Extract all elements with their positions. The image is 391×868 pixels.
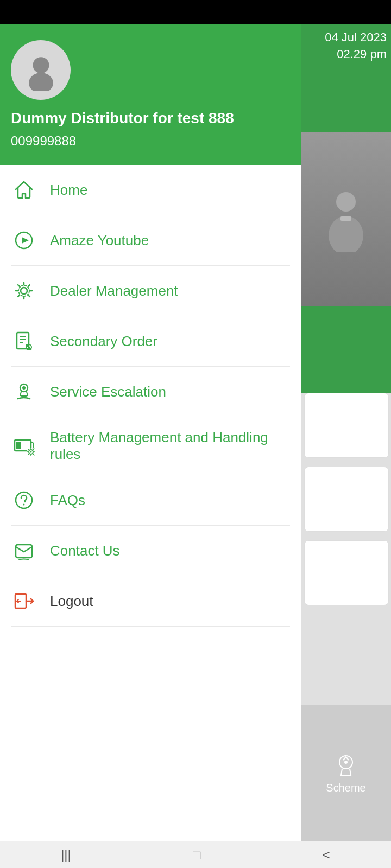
recent-apps-button[interactable]: ||| bbox=[50, 843, 82, 867]
drawer-header: Dummy Distributor for test 888 009999888 bbox=[0, 24, 301, 165]
svg-point-7 bbox=[29, 73, 53, 91]
bottom-nav-bar: ||| □ < bbox=[0, 841, 391, 868]
app-header-banner: 04 Jul 2023 02.29 pm bbox=[301, 24, 391, 132]
menu-label-contact-us: Contact Us bbox=[50, 542, 120, 559]
scheme-label: Scheme bbox=[326, 782, 365, 794]
menu-label-home: Home bbox=[50, 182, 87, 199]
svg-point-5 bbox=[344, 761, 348, 764]
app-card-3 bbox=[304, 540, 389, 605]
date-time-display: 04 Jul 2023 02.29 pm bbox=[325, 29, 387, 63]
menu-label-dealer-management: Dealer Management bbox=[50, 283, 178, 299]
menu-item-faqs[interactable]: FAQs bbox=[11, 475, 290, 526]
user-phone: 009999888 bbox=[11, 133, 290, 149]
svg-rect-22 bbox=[31, 443, 33, 448]
svg-point-26 bbox=[30, 451, 32, 453]
menu-item-logout[interactable]: Logout bbox=[11, 576, 290, 627]
app-card-1 bbox=[304, 393, 389, 458]
question-circle-icon bbox=[11, 487, 37, 513]
menu-item-battery-management[interactable]: Battery Management and Handling rules bbox=[11, 417, 290, 475]
svg-point-0 bbox=[336, 192, 356, 212]
person-image bbox=[301, 132, 391, 306]
app-card-2 bbox=[304, 467, 389, 532]
menu-label-service-escalation: Service Escalation bbox=[50, 384, 166, 400]
avatar bbox=[11, 40, 71, 100]
play-circle-icon bbox=[11, 227, 37, 253]
battery-gear-icon bbox=[11, 433, 37, 459]
status-bar bbox=[0, 0, 391, 24]
svg-point-27 bbox=[16, 492, 32, 508]
menu-item-amaze-youtube[interactable]: Amaze Youtube bbox=[11, 215, 290, 266]
menu-label-faqs: FAQs bbox=[50, 492, 85, 509]
svg-point-1 bbox=[329, 216, 363, 252]
home-button[interactable]: □ bbox=[182, 843, 212, 867]
menu-label-amaze-youtube: Amaze Youtube bbox=[50, 232, 149, 249]
logout-icon bbox=[11, 588, 37, 614]
menu-item-home[interactable]: Home bbox=[11, 165, 290, 215]
svg-rect-12 bbox=[17, 333, 29, 349]
svg-point-6 bbox=[33, 57, 49, 73]
gear-icon bbox=[11, 278, 37, 304]
svg-marker-9 bbox=[22, 237, 29, 244]
menu-label-secondary-order: Secondary Order bbox=[50, 333, 157, 350]
menu-item-contact-us[interactable]: Contact Us bbox=[11, 526, 290, 576]
menu-label-battery-management: Battery Management and Handling rules bbox=[50, 429, 290, 463]
home-icon bbox=[11, 177, 37, 203]
service-icon bbox=[11, 379, 37, 405]
svg-rect-23 bbox=[16, 442, 21, 449]
scheme-area: Scheme bbox=[301, 705, 391, 841]
drawer-menu: Home Amaze Youtube Dealer bbox=[0, 165, 301, 841]
svg-point-28 bbox=[23, 504, 25, 506]
svg-rect-2 bbox=[340, 216, 351, 221]
menu-item-secondary-order[interactable]: Secondary Order bbox=[11, 316, 290, 367]
navigation-drawer: Dummy Distributor for test 888 009999888… bbox=[0, 24, 301, 841]
svg-point-20 bbox=[22, 386, 26, 390]
menu-label-logout: Logout bbox=[50, 593, 93, 610]
user-name: Dummy Distributor for test 888 bbox=[11, 110, 290, 127]
contact-icon bbox=[11, 538, 37, 564]
app-green-mid-banner bbox=[301, 306, 391, 393]
svg-point-10 bbox=[21, 288, 27, 294]
menu-item-dealer-management[interactable]: Dealer Management bbox=[11, 266, 290, 316]
menu-item-service-escalation[interactable]: Service Escalation bbox=[11, 367, 290, 417]
back-button[interactable]: < bbox=[312, 843, 341, 867]
document-icon bbox=[11, 328, 37, 354]
